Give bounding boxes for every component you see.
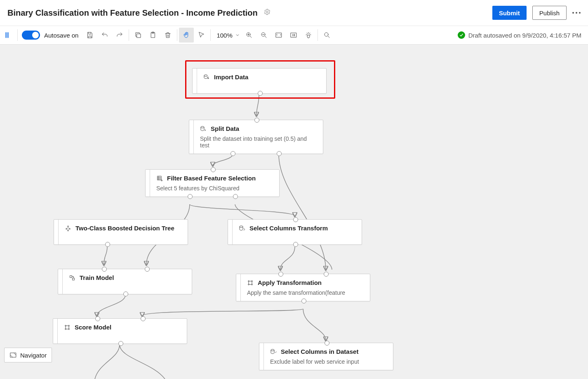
zoom-out-icon[interactable] bbox=[256, 28, 271, 43]
port-in-2[interactable] bbox=[324, 272, 329, 277]
svg-point-9 bbox=[204, 75, 207, 76]
node-select-columns-transform[interactable]: Select Columns Transform bbox=[228, 219, 362, 245]
svg-point-19 bbox=[248, 280, 249, 282]
save-icon[interactable] bbox=[82, 28, 97, 43]
svg-point-16 bbox=[240, 226, 243, 227]
port-in[interactable] bbox=[293, 217, 298, 222]
node-boosted-decision-tree[interactable]: Two-Class Boosted Decision Tree bbox=[54, 219, 188, 245]
navigator-button[interactable]: Navigator bbox=[4, 348, 52, 362]
node-apply-transformation[interactable]: Apply Transformation Apply the same tran… bbox=[236, 274, 370, 301]
tree-icon bbox=[65, 225, 71, 232]
port-in-2[interactable] bbox=[145, 267, 150, 272]
search-icon[interactable] bbox=[320, 28, 334, 43]
publish-button[interactable]: Publish bbox=[532, 6, 567, 20]
columns-transform-icon bbox=[239, 225, 245, 232]
pan-hand-icon[interactable] bbox=[179, 28, 194, 43]
paste-icon[interactable] bbox=[146, 28, 160, 43]
svg-rect-11 bbox=[158, 176, 161, 180]
header-bar: Binary Classification with Feature Selec… bbox=[0, 0, 588, 26]
settings-gear-icon[interactable] bbox=[263, 8, 271, 17]
port-out[interactable] bbox=[123, 291, 128, 296]
copy-icon[interactable] bbox=[131, 28, 146, 43]
submit-button[interactable]: Submit bbox=[492, 6, 527, 20]
pipeline-canvas[interactable]: Import Data Split Data Split the dataset… bbox=[0, 45, 588, 379]
import-data-highlight: Import Data bbox=[185, 60, 335, 99]
svg-point-15 bbox=[68, 230, 69, 231]
cursor-select-icon[interactable] bbox=[194, 28, 209, 43]
port-out[interactable] bbox=[105, 242, 110, 247]
svg-rect-7 bbox=[291, 33, 296, 38]
check-circle-icon bbox=[458, 31, 465, 39]
svg-point-12 bbox=[68, 226, 69, 227]
port-in-1[interactable] bbox=[278, 272, 283, 277]
port-out-1[interactable] bbox=[230, 151, 235, 156]
svg-rect-17 bbox=[70, 275, 72, 277]
actual-size-icon[interactable] bbox=[286, 28, 301, 43]
fit-screen-icon[interactable] bbox=[271, 28, 286, 43]
delete-icon[interactable] bbox=[160, 28, 175, 43]
svg-point-23 bbox=[65, 325, 66, 326]
svg-point-20 bbox=[252, 280, 253, 282]
node-import-data[interactable]: Import Data bbox=[192, 68, 327, 94]
node-train-model[interactable]: Train Model bbox=[58, 269, 192, 294]
asset-panel-toggle-icon[interactable] bbox=[1, 28, 16, 43]
port-out[interactable] bbox=[301, 298, 306, 303]
svg-rect-28 bbox=[10, 353, 16, 358]
svg-point-26 bbox=[68, 328, 70, 329]
autosave-toggle[interactable] bbox=[22, 31, 40, 40]
zoom-level[interactable]: 100% bbox=[216, 32, 240, 39]
port-out[interactable] bbox=[258, 91, 263, 96]
svg-rect-1 bbox=[137, 34, 141, 38]
node-split-data[interactable]: Split Data Split the dataset into traini… bbox=[189, 120, 323, 154]
node-select-columns-dataset[interactable]: Select Columns in Dataset Exclude label … bbox=[259, 343, 393, 370]
autosave-label: Autosave on bbox=[44, 32, 78, 39]
page-title: Binary Classification with Feature Selec… bbox=[7, 8, 258, 18]
svg-rect-18 bbox=[73, 278, 75, 280]
apply-transform-icon bbox=[247, 280, 254, 286]
select-columns-icon bbox=[270, 348, 277, 355]
svg-point-21 bbox=[248, 284, 249, 285]
chevron-down-icon bbox=[235, 33, 240, 38]
port-in-1[interactable] bbox=[102, 267, 107, 272]
svg-point-24 bbox=[68, 325, 70, 326]
svg-point-27 bbox=[271, 349, 274, 351]
database-import-icon bbox=[203, 74, 210, 81]
navigator-icon bbox=[9, 351, 17, 359]
database-split-icon bbox=[200, 126, 207, 132]
node-filter-feature-selection[interactable]: Filter Based Feature Selection Select 5 … bbox=[145, 169, 280, 197]
train-model-icon bbox=[69, 275, 75, 281]
svg-point-25 bbox=[65, 328, 66, 329]
score-model-icon bbox=[64, 324, 71, 331]
port-out-2[interactable] bbox=[277, 151, 282, 156]
port-out-1[interactable] bbox=[188, 194, 193, 199]
autosave-status: Draft autosaved on 9/9/2020, 4:16:57 PM bbox=[458, 31, 581, 39]
port-in[interactable] bbox=[254, 118, 259, 123]
undo-icon[interactable] bbox=[97, 28, 112, 43]
filter-icon bbox=[156, 175, 163, 182]
svg-point-8 bbox=[325, 33, 328, 36]
port-in[interactable] bbox=[211, 167, 216, 172]
svg-point-10 bbox=[201, 126, 204, 128]
zoom-in-icon[interactable] bbox=[242, 28, 256, 43]
svg-point-0 bbox=[266, 11, 268, 13]
toolbar: Autosave on 100% Draft autosaved on 9/9/… bbox=[0, 26, 588, 45]
more-menu-icon[interactable] bbox=[572, 12, 581, 14]
port-in-1[interactable] bbox=[95, 316, 100, 321]
port-in-2[interactable] bbox=[141, 316, 146, 321]
port-in[interactable] bbox=[325, 341, 329, 346]
node-score-model[interactable]: Score Model bbox=[53, 318, 187, 344]
autorun-icon[interactable] bbox=[301, 28, 316, 43]
port-out-2[interactable] bbox=[233, 194, 238, 199]
port-out[interactable] bbox=[118, 341, 123, 346]
svg-point-22 bbox=[252, 284, 253, 285]
redo-icon[interactable] bbox=[112, 28, 127, 43]
port-out[interactable] bbox=[293, 242, 298, 247]
